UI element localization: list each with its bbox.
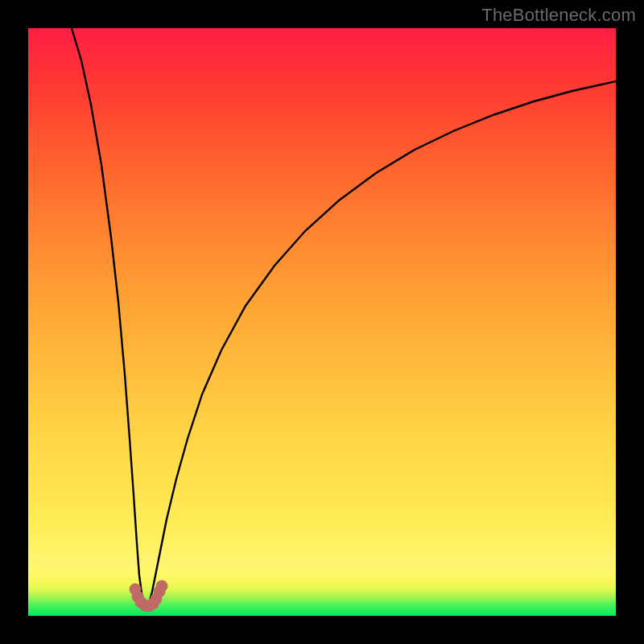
trough-marker-cluster [130, 580, 167, 612]
bottleneck-curve [72, 28, 616, 606]
plot-area [28, 28, 616, 616]
svg-point-8 [156, 580, 167, 592]
chart-frame: TheBottleneck.com [0, 0, 644, 644]
bottleneck-curve-svg [28, 28, 616, 616]
watermark-text: TheBottleneck.com [481, 5, 636, 26]
